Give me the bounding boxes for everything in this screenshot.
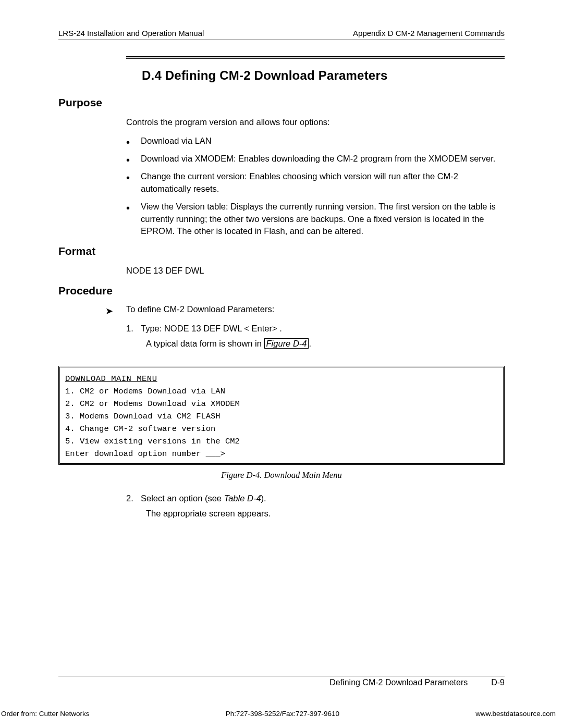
bottom-row: Order from: Cutter Networks Ph:727-398-5… [0, 710, 557, 718]
format-heading: Format [58, 245, 505, 257]
procedure-intro: To define CM-2 Download Parameters: [126, 304, 274, 314]
section-title: D.4 Defining CM-2 Download Parameters [58, 68, 505, 83]
step1-prefix: Type: [141, 324, 164, 333]
step1-sub-pre: A typical data form is shown in [146, 339, 262, 348]
header-left: LRS-24 Installation and Operation Manual [58, 29, 204, 38]
procedure-steps-cont: 2. Select an option (see Table D-4). [126, 492, 505, 505]
table-ref: Table D-4 [224, 493, 261, 503]
menu-line: 3. Modems Download via CM2 FLASH [65, 410, 498, 423]
step2-sub: The appropriate screen appears. [146, 507, 505, 520]
step1-cmd: NODE 13 DEF DWL < Enter> . [164, 324, 282, 333]
step-number: 2. [126, 492, 133, 505]
header-right: Appendix D CM-2 Management Commands [353, 29, 505, 38]
purpose-bullet: Download via XMODEM: Enables downloading… [126, 153, 505, 165]
footer-section: Defining CM-2 Download Parameters [329, 678, 468, 687]
figure-link[interactable]: Figure D-4 [264, 338, 309, 349]
menu-line: 5. View existing versions in the CM2 [65, 435, 498, 448]
header-rule [58, 40, 505, 40]
page-header: LRS-24 Installation and Operation Manual… [58, 29, 505, 40]
bottom-right: www.bestdatasource.com [475, 710, 556, 718]
procedure-steps: 1. Type: NODE 13 DEF DWL < Enter> . [126, 322, 505, 335]
bottom-left: Order from: Cutter Networks [1, 710, 90, 718]
menu-title: DOWNLOAD MAIN MENU [65, 373, 498, 385]
page-footer-right: Defining CM-2 Download Parameters D-9 [329, 678, 505, 687]
menu-line: 1. CM2 or Modems Download via LAN [65, 385, 498, 398]
purpose-bullets: Download via LAN Download via XMODEM: En… [126, 135, 505, 238]
purpose-bullet: Change the current version: Enables choo… [126, 170, 505, 195]
download-main-menu-box: DOWNLOAD MAIN MENU 1. CM2 or Modems Down… [58, 366, 505, 465]
step2-post: ). [261, 493, 266, 503]
menu-line: 4. Change CM-2 software version [65, 423, 498, 435]
step-2: 2. Select an option (see Table D-4). [126, 492, 505, 505]
bottom-center: Ph:727-398-5252/Fax:727-397-9610 [226, 710, 339, 718]
section-double-rule [126, 56, 505, 59]
step2-pre: Select an option (see [141, 493, 222, 503]
purpose-heading: Purpose [58, 96, 505, 109]
format-value: NODE 13 DEF DWL [126, 265, 505, 277]
footer-rule [58, 676, 505, 676]
arrow-icon: ➤ [105, 304, 126, 317]
footer-page: D-9 [491, 678, 505, 687]
purpose-bullet: Download via LAN [126, 135, 505, 147]
menu-prompt: Enter download option number ___> [65, 448, 498, 460]
procedure-intro-line: ➤ To define CM-2 Download Parameters: [105, 304, 505, 317]
purpose-intro: Controls the program version and allows … [126, 116, 505, 129]
step1-sub-post: . [309, 339, 311, 348]
procedure-heading: Procedure [58, 285, 505, 297]
figure-caption: Figure D-4. Download Main Menu [58, 470, 505, 480]
step-number: 1. [126, 322, 133, 335]
step-1: 1. Type: NODE 13 DEF DWL < Enter> . [126, 322, 505, 335]
menu-line: 2. CM2 or Modems Download via XMODEM [65, 398, 498, 410]
purpose-bullet: View the Version table: Displays the cur… [126, 201, 505, 238]
step1-sub: A typical data form is shown in Figure D… [146, 337, 505, 350]
